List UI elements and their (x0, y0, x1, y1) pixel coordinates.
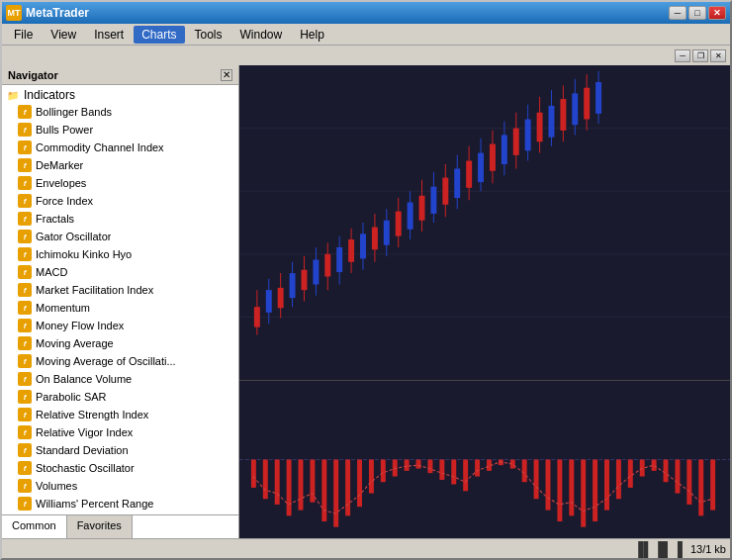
list-item[interactable]: Envelopes (2, 174, 238, 192)
svg-rect-20 (336, 247, 342, 272)
list-item[interactable]: Stochastic Oscillator (2, 459, 238, 477)
list-item[interactable]: Bollinger Bands (2, 103, 238, 121)
list-item[interactable]: On Balance Volume (2, 370, 238, 388)
app-icon: MT (6, 5, 22, 21)
svg-rect-8 (266, 290, 272, 313)
item-label: Ichimoku Kinko Hyo (36, 248, 132, 260)
item-label: Relative Vigor Index (36, 426, 133, 438)
list-item[interactable]: Fractals (2, 210, 238, 228)
svg-rect-68 (263, 460, 268, 500)
svg-rect-40 (454, 168, 460, 198)
list-item[interactable]: Bulls Power (2, 121, 238, 139)
list-item[interactable]: Volumes (2, 477, 238, 495)
indicator-icon (18, 283, 32, 297)
main-chart[interactable] (239, 65, 730, 380)
tab-common[interactable]: Common (2, 515, 67, 538)
indicator-icon (18, 212, 32, 226)
svg-rect-98 (616, 460, 621, 500)
item-label: Relative Strength Index (36, 409, 148, 420)
close-button[interactable]: ✕ (708, 6, 726, 20)
svg-rect-86 (475, 460, 480, 477)
item-label: Williams' Percent Range (36, 498, 153, 510)
list-item[interactable]: Relative Vigor Index (2, 423, 238, 441)
list-item[interactable]: Moving Average of Oscillati... (2, 352, 238, 370)
menu-tools[interactable]: Tools (187, 26, 230, 44)
list-item[interactable]: Commodity Channel Index (2, 139, 238, 156)
inner-restore-button[interactable]: ❐ (692, 49, 708, 62)
inner-minimize-button[interactable]: ─ (675, 49, 690, 62)
svg-rect-80 (405, 460, 410, 471)
svg-rect-97 (604, 460, 609, 511)
svg-rect-92 (546, 460, 551, 511)
minimize-button[interactable]: ─ (669, 6, 686, 20)
navigator-close-button[interactable]: ✕ (221, 69, 232, 81)
list-item[interactable]: DeMarker (2, 156, 238, 174)
status-right: ▐▌▐▌▐ 13/1 kb (633, 541, 726, 557)
item-label: Market Facilitation Index (36, 284, 153, 296)
indicator-icon (18, 230, 32, 243)
svg-rect-102 (664, 460, 669, 483)
navigator-title: Navigator (8, 69, 58, 81)
svg-rect-38 (442, 178, 448, 205)
list-item[interactable]: Parabolic SAR (2, 388, 238, 406)
indicators-section: 📁 Indicators Bollinger Bands Bulls Power (2, 85, 238, 514)
indicator-icon (18, 443, 32, 457)
svg-rect-0 (239, 65, 730, 380)
svg-rect-28 (384, 221, 390, 245)
item-label: Stochastic Oscillator (36, 462, 135, 474)
svg-rect-99 (628, 460, 633, 488)
item-label: Bulls Power (36, 124, 93, 136)
item-label: Parabolic SAR (36, 391, 107, 403)
list-item[interactable]: Force Index (2, 192, 238, 210)
svg-rect-10 (278, 288, 284, 308)
item-label: Bollinger Bands (36, 106, 112, 118)
list-item[interactable]: Ichimoku Kinko Hyo (2, 245, 238, 263)
sub-chart[interactable] (239, 380, 730, 538)
svg-rect-71 (299, 460, 304, 511)
list-item[interactable]: Momentum (2, 299, 238, 317)
list-item[interactable]: Market Facilitation Index (2, 281, 238, 299)
list-item[interactable]: Money Flow Index (2, 317, 238, 334)
indicator-icon (18, 123, 32, 137)
list-item[interactable]: Standard Deviation (2, 441, 238, 459)
menu-insert[interactable]: Insert (86, 26, 132, 44)
item-label: Standard Deviation (36, 444, 129, 456)
indicator-icon (18, 319, 32, 332)
window-title: MetaTrader (26, 6, 89, 20)
maximize-button[interactable]: □ (688, 6, 706, 20)
tab-favorites[interactable]: Favorites (67, 515, 133, 538)
list-item[interactable]: Gator Oscillator (2, 228, 238, 245)
indicator-icon (18, 461, 32, 475)
item-label: Fractals (36, 213, 74, 225)
inner-controls: ─ ❐ ✕ (2, 46, 730, 65)
svg-rect-67 (251, 460, 256, 488)
svg-rect-78 (381, 460, 386, 483)
indicator-icon (18, 336, 32, 350)
menu-charts[interactable]: Charts (134, 26, 184, 44)
list-item[interactable]: Williams' Percent Range (2, 495, 238, 513)
chart-area[interactable] (239, 65, 730, 538)
svg-rect-106 (710, 460, 715, 511)
list-item[interactable]: Relative Strength Index (2, 406, 238, 423)
menu-window[interactable]: Window (232, 26, 291, 44)
menu-view[interactable]: View (43, 26, 84, 44)
indicators-section-header[interactable]: 📁 Indicators (2, 87, 238, 103)
svg-rect-42 (466, 161, 472, 188)
inner-close-button[interactable]: ✕ (710, 49, 726, 62)
item-label: Force Index (36, 195, 93, 207)
indicator-icon (18, 105, 32, 119)
svg-rect-30 (396, 212, 402, 236)
menu-help[interactable]: Help (292, 26, 332, 44)
indicator-icon (18, 408, 32, 421)
svg-rect-75 (345, 460, 350, 516)
navigator-panel: Navigator ✕ 📁 Indicators Bollinger Bands (2, 65, 239, 538)
indicator-icon (18, 390, 32, 404)
svg-rect-94 (569, 460, 574, 516)
menu-file[interactable]: File (6, 26, 41, 44)
indicator-icon (18, 372, 32, 386)
list-item[interactable]: MACD (2, 263, 238, 281)
svg-rect-52 (525, 120, 531, 151)
navigator-list[interactable]: 📁 Indicators Bollinger Bands Bulls Power (2, 85, 238, 514)
svg-rect-95 (581, 460, 586, 527)
list-item[interactable]: Moving Average (2, 334, 238, 352)
